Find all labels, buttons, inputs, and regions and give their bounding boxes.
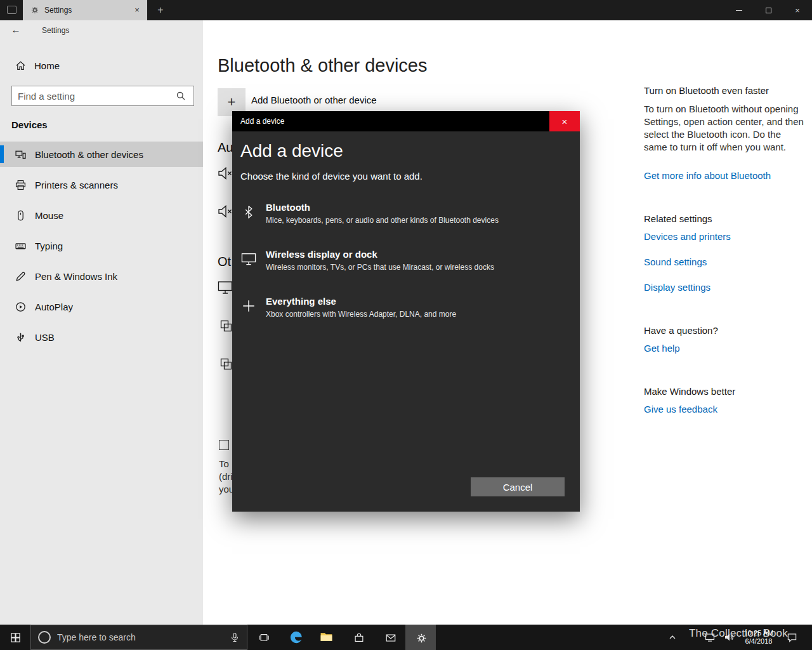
sidebar-item-label: Mouse: [35, 210, 63, 221]
edge-icon: [289, 630, 303, 644]
option-description: Wireless monitors, TVs, or PCs that use …: [266, 263, 494, 272]
sidebar-item-typing[interactable]: Typing: [0, 233, 203, 258]
sidebar-item-label: Printers & scanners: [35, 180, 118, 190]
file-explorer-button[interactable]: [311, 625, 342, 650]
maximize-button[interactable]: [754, 0, 783, 20]
sidebar-app-title: Settings: [42, 26, 69, 35]
sidebar-section-header: Devices: [11, 119, 48, 130]
sidebar-item-mouse[interactable]: Mouse: [0, 202, 203, 228]
mail-button[interactable]: [375, 625, 405, 650]
task-view-button[interactable]: [248, 625, 278, 650]
network-tray-button[interactable]: [701, 625, 719, 650]
monitor-icon: [218, 280, 233, 295]
maximize-icon: [766, 8, 771, 13]
cancel-button[interactable]: Cancel: [471, 477, 565, 496]
clock-time: 10:25 AM: [744, 629, 773, 637]
volume-tray-button[interactable]: [720, 625, 738, 650]
sound-settings-link[interactable]: Sound settings: [644, 256, 707, 267]
pen-icon: [15, 271, 26, 282]
option-title: Wireless display or dock: [266, 249, 494, 260]
tab-preview-icon[interactable]: [7, 6, 16, 14]
sidebar-item-label: Typing: [35, 241, 63, 251]
network-icon: [705, 632, 715, 642]
action-center-button[interactable]: [779, 625, 804, 650]
chevron-up-icon: [669, 633, 676, 641]
sidebar-item-usb[interactable]: USB: [0, 324, 203, 350]
store-icon: [353, 632, 364, 643]
sidebar-item-label: Bluetooth & other devices: [35, 149, 143, 160]
display-settings-link[interactable]: Display settings: [644, 282, 710, 293]
cortana-icon[interactable]: [38, 631, 51, 644]
turn-on-bluetooth-body: To turn on Bluetooth without opening Set…: [644, 103, 804, 154]
option-description: Xbox controllers with Wireless Adapter, …: [266, 310, 456, 319]
plus-icon: [240, 298, 257, 314]
taskbar: 10:25 AM 6/4/2018: [0, 625, 812, 650]
mail-icon: [385, 632, 396, 643]
sidebar-item-autoplay[interactable]: AutoPlay: [0, 294, 203, 319]
get-help-link[interactable]: Get help: [644, 343, 680, 354]
checkbox[interactable]: [219, 440, 229, 450]
have-a-question-heading: Have a question?: [644, 325, 718, 336]
keyboard-icon: [15, 241, 26, 251]
add-device-label: Add Bluetooth or other device: [251, 95, 377, 105]
devices-icon: [15, 149, 26, 160]
start-button[interactable]: [0, 625, 30, 650]
give-us-feedback-link[interactable]: Give us feedback: [644, 404, 717, 415]
edge-button[interactable]: [281, 625, 311, 650]
tab-close-icon[interactable]: ×: [131, 4, 143, 17]
home-icon: [15, 60, 26, 71]
devices-and-printers-link[interactable]: Devices and printers: [644, 231, 731, 242]
microphone-icon[interactable]: [230, 632, 240, 642]
settings-sidebar: ← Settings Home Devices: [0, 20, 203, 625]
get-more-info-link[interactable]: Get more info about Bluetooth: [644, 170, 771, 181]
store-button[interactable]: [343, 625, 374, 650]
dialog-subheading: Choose the kind of device you want to ad…: [240, 171, 422, 182]
settings-search-box: [11, 86, 194, 106]
taskbar-search-input[interactable]: [51, 632, 230, 642]
sidebar-item-home[interactable]: Home: [0, 53, 203, 78]
search-icon[interactable]: [176, 91, 193, 101]
dialog-close-button[interactable]: ×: [549, 111, 580, 131]
autoplay-icon: [15, 302, 26, 312]
settings-gear-icon: [30, 6, 39, 15]
volume-icon: [724, 632, 734, 642]
option-everything-else[interactable]: Everything else Xbox controllers with Wi…: [232, 293, 580, 333]
clipped-text-line: To: [219, 458, 229, 469]
new-tab-button[interactable]: +: [151, 0, 170, 20]
sidebar-item-printers-scanners[interactable]: Printers & scanners: [0, 172, 203, 197]
minimize-icon: [736, 10, 742, 11]
printer-icon: [15, 180, 26, 190]
option-wireless-display[interactable]: Wireless display or dock Wireless monito…: [232, 246, 580, 286]
tray-expand-button[interactable]: [665, 625, 680, 650]
make-windows-better-heading: Make Windows better: [644, 386, 735, 397]
sidebar-item-label: USB: [35, 332, 55, 343]
settings-search-input[interactable]: [12, 91, 176, 102]
option-description: Mice, keyboards, pens, or audio and othe…: [266, 216, 499, 225]
taskbar-search-box: [30, 625, 247, 650]
option-bluetooth[interactable]: Bluetooth Mice, keyboards, pens, or audi…: [232, 199, 580, 239]
dialog-heading: Add a device: [240, 141, 343, 161]
speaker-icon: [218, 204, 233, 219]
tab-settings[interactable]: Settings ×: [23, 0, 147, 20]
dialog-titlebar: Add a device ×: [232, 111, 580, 131]
action-center-icon: [787, 632, 797, 643]
option-title: Everything else: [266, 296, 456, 307]
tab-title: Settings: [44, 6, 126, 15]
other-devices-heading-clipped: Ot: [218, 255, 231, 269]
device-icon: [219, 319, 233, 333]
close-button[interactable]: ×: [783, 0, 812, 20]
window-titlebar: Settings × + ×: [0, 0, 812, 20]
wireless-display-icon: [240, 251, 257, 267]
sidebar-item-pen-windows-ink[interactable]: Pen & Windows Ink: [0, 263, 203, 289]
sidebar-item-bluetooth-other-devices[interactable]: Bluetooth & other devices: [0, 142, 203, 167]
settings-gear-icon: [416, 632, 426, 643]
clock-date: 6/4/2018: [745, 637, 773, 646]
back-button[interactable]: ←: [9, 23, 23, 37]
window-controls: ×: [724, 0, 812, 20]
taskbar-clock[interactable]: 10:25 AM 6/4/2018: [741, 625, 776, 650]
settings-app-button[interactable]: [405, 625, 436, 650]
minimize-button[interactable]: [724, 0, 754, 20]
dialog-titlebar-label: Add a device: [240, 117, 284, 126]
related-settings-heading: Related settings: [644, 213, 712, 224]
sidebar-item-label: AutoPlay: [35, 302, 73, 312]
